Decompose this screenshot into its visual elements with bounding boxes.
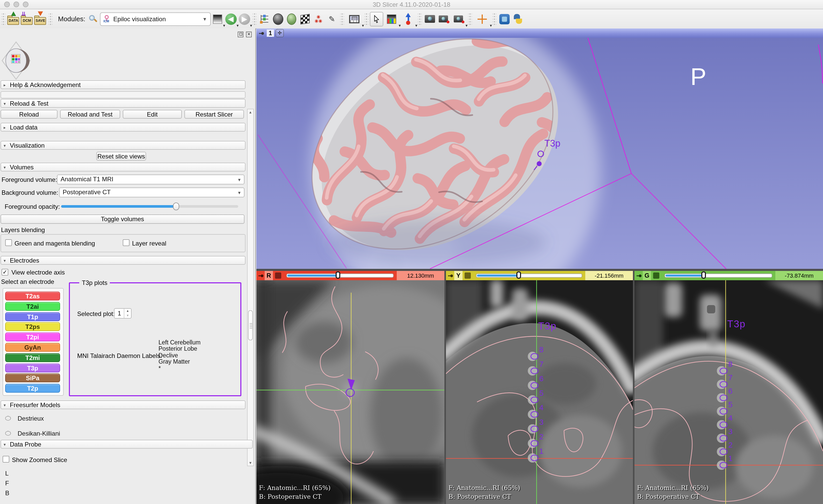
show-zoomed-slice-checkbox[interactable]: [3, 456, 9, 463]
slice-view-red[interactable]: R 12.130mm: [257, 271, 444, 504]
selected-plot-spinbox[interactable]: 1 ▲▼: [114, 308, 132, 319]
section-help[interactable]: ▸Help & Acknowledgement: [1, 80, 245, 89]
section-electrodes[interactable]: ▾Electrodes: [1, 256, 245, 265]
slice-link-icon[interactable]: [465, 273, 471, 279]
red-slice-controller[interactable]: R 12.130mm: [257, 271, 444, 280]
load-dicom-button[interactable]: ⇊ DCM: [20, 12, 34, 26]
electrode-button-GyAn[interactable]: GyAn: [5, 343, 60, 352]
mouse-interaction-mode-button[interactable]: [370, 12, 383, 26]
previous-module-button[interactable]: ◀▾: [224, 12, 238, 26]
scene-view-capture-button[interactable]: [437, 12, 450, 26]
section-volumes[interactable]: ▾Volumes: [1, 163, 245, 171]
red-slice-slider[interactable]: [287, 274, 394, 278]
green-slice-slider[interactable]: [664, 274, 772, 278]
save-button[interactable]: SAVE: [34, 12, 47, 26]
foreground-opacity-slider[interactable]: [61, 205, 238, 208]
electrode-button-T2p[interactable]: T2p: [5, 384, 60, 393]
electrode-button-T2ai[interactable]: T2ai: [5, 302, 60, 311]
scene-view-restore-button[interactable]: ▾: [450, 12, 467, 26]
electrode-button-T1p[interactable]: T1p: [5, 312, 60, 321]
electrode-label-3d: T3p: [544, 138, 560, 149]
pin-icon[interactable]: [259, 30, 265, 36]
spin-up-icon[interactable]: ▲: [124, 309, 131, 313]
view-electrode-axis-checkbox[interactable]: ✓: [2, 269, 8, 276]
restart-slicer-button[interactable]: Restart Slicer: [184, 110, 244, 119]
electrode-button-T2as[interactable]: T2as: [5, 292, 60, 301]
markups-button[interactable]: ✳✳✳: [312, 12, 325, 26]
scroll-down-icon[interactable]: ▼: [248, 461, 253, 465]
layout-selector-button[interactable]: ▾: [345, 12, 363, 26]
module-search-icon[interactable]: [89, 14, 98, 24]
panel-scrollbar[interactable]: ▲ ▼: [247, 109, 254, 466]
electrode-button-T2mi[interactable]: T2mi: [5, 353, 60, 362]
edit-button[interactable]: Edit: [123, 110, 182, 119]
yellow-slice-controller[interactable]: Y -21.156mm: [446, 271, 633, 280]
threed-view[interactable]: 1 ✛: [257, 28, 823, 269]
crosshair-icon: [478, 14, 487, 24]
slice-view-green[interactable]: G -73.874mm: [635, 271, 823, 504]
threed-view-controller[interactable]: 1 ✛: [257, 28, 823, 38]
transforms-button[interactable]: [298, 12, 312, 26]
slice-link-icon[interactable]: [275, 273, 281, 279]
scroll-up-icon[interactable]: ▲: [248, 110, 253, 114]
volume-rendering-button[interactable]: [272, 12, 285, 26]
pin-icon[interactable]: [636, 272, 643, 279]
visibility-eye-icon[interactable]: [4, 415, 12, 422]
slice-link-icon[interactable]: [653, 273, 659, 279]
colors-module-button[interactable]: ▾: [383, 12, 400, 26]
brain-render: [257, 38, 823, 269]
python-console-button[interactable]: [511, 12, 525, 26]
svg-text:8: 8: [728, 360, 732, 368]
electrode-button-T2ps[interactable]: T2ps: [5, 322, 60, 331]
reset-slice-views-button[interactable]: Reset slice views: [96, 152, 146, 161]
green-slice-image[interactable]: 12345678 T3p F: Anatomic...RI (65%) B: P…: [635, 280, 823, 504]
next-module-button[interactable]: ▶▾: [238, 12, 251, 26]
yellow-slice-slider[interactable]: [476, 274, 582, 278]
electrode-button-T3p[interactable]: T3p: [5, 363, 60, 372]
reload-button[interactable]: Reload: [1, 110, 57, 119]
green-magenta-blending-checkbox[interactable]: [5, 239, 12, 246]
module-selector[interactable]: ICM Epiloc visualization ▼: [100, 12, 211, 26]
chevron-down-icon: ▼: [237, 176, 241, 184]
toolbar-handle: [340, 13, 344, 25]
close-panel-icon[interactable]: ✕: [246, 32, 252, 37]
spin-down-icon[interactable]: ▼: [124, 313, 131, 318]
place-fiducial-button[interactable]: ▾: [400, 12, 417, 26]
threed-canvas[interactable]: P T3p: [257, 38, 823, 269]
screenshot-button[interactable]: [423, 12, 437, 26]
visibility-eye-icon[interactable]: [4, 431, 12, 437]
selected-plot-label: Selected plot:: [77, 310, 115, 318]
layers-blending-group: Green and magenta blending Layer reveal: [1, 234, 245, 252]
section-data-probe[interactable]: ▾Data Probe: [1, 440, 253, 449]
layer-reveal-checkbox[interactable]: [123, 239, 130, 246]
models-button[interactable]: [285, 12, 298, 26]
toggle-volumes-button[interactable]: Toggle volumes: [1, 214, 244, 224]
foreground-opacity-label: Foreground opacity:: [5, 203, 60, 210]
section-load-data[interactable]: ▸Load data: [1, 123, 245, 132]
load-data-button[interactable]: DATA: [7, 12, 20, 26]
red-slice-image[interactable]: F: Anatomic...RI (65%) B: Postoperative …: [257, 280, 444, 504]
slice-view-yellow[interactable]: Y -21.156mm: [446, 271, 633, 504]
yellow-slice-image[interactable]: 12345678 T3p F: Anatomic...RI (65%) B: P…: [446, 280, 633, 504]
electrode-button-SiPa[interactable]: SiPa: [5, 374, 60, 382]
annotations-button[interactable]: ✎: [325, 12, 339, 26]
module-history-button[interactable]: ▾: [211, 12, 224, 26]
extensions-manager-button[interactable]: [498, 12, 511, 26]
reload-and-test-button[interactable]: Reload and Test: [60, 110, 120, 119]
pin-icon[interactable]: [258, 272, 265, 279]
electrode-button-T2pi[interactable]: T2pi: [5, 333, 60, 341]
section-visualization[interactable]: ▾Visualization: [1, 141, 245, 150]
pin-icon[interactable]: [448, 272, 454, 279]
subject-hierarchy-button[interactable]: [258, 12, 272, 26]
toolbar-handle: [493, 13, 496, 25]
section-freesurfer[interactable]: ▾Freesurfer Models: [1, 400, 245, 409]
view-options-gear-icon[interactable]: ✛: [276, 29, 284, 37]
green-slice-controller[interactable]: G -73.874mm: [635, 271, 823, 280]
scrollbar-thumb[interactable]: [248, 310, 253, 340]
section-reload-test[interactable]: ▾Reload & Test: [1, 99, 245, 108]
crosshair-button[interactable]: ▾: [473, 12, 491, 26]
models-icon: [287, 13, 296, 25]
undock-panel-icon[interactable]: [238, 32, 243, 37]
background-volume-selector[interactable]: Postoperative CT▼: [59, 187, 244, 197]
foreground-volume-selector[interactable]: Anatomical T1 MRI▼: [57, 175, 244, 184]
